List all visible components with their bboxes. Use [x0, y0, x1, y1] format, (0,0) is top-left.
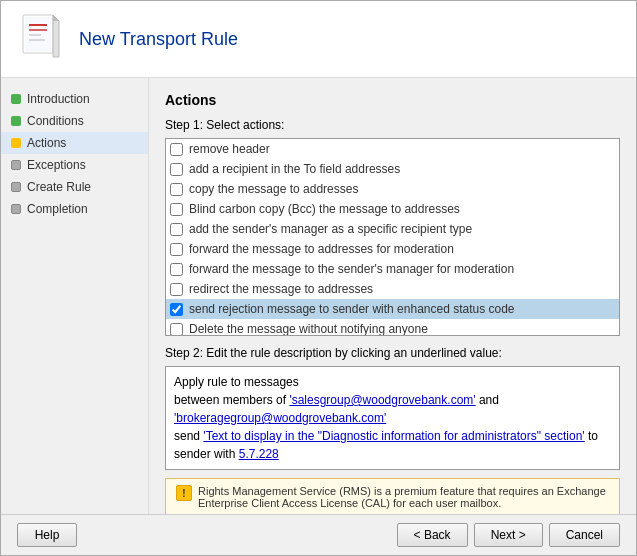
- checkbox-label-delete-message: Delete the message without notifying any…: [189, 322, 428, 336]
- warning-icon: !: [176, 485, 192, 501]
- body: Introduction Conditions Actions Exceptio…: [1, 78, 636, 514]
- description-link[interactable]: 'salesgroup@woodgrovebank.com': [289, 393, 475, 407]
- checkbox-copy-message[interactable]: [170, 183, 183, 196]
- sidebar: Introduction Conditions Actions Exceptio…: [1, 78, 149, 514]
- description-link[interactable]: 5.7.228: [239, 447, 279, 461]
- description-line-0: Apply rule to messages: [174, 373, 611, 391]
- svg-marker-6: [53, 15, 59, 57]
- description-link[interactable]: 'Text to display in the "Diagnostic info…: [203, 429, 584, 443]
- checkbox-redirect-message[interactable]: [170, 283, 183, 296]
- checkbox-send-rejection[interactable]: [170, 303, 183, 316]
- checkbox-label-forward-manager-moderation: forward the message to the sender's mana…: [189, 262, 514, 276]
- checkbox-forward-manager-moderation[interactable]: [170, 263, 183, 276]
- checkbox-label-redirect-message: redirect the message to addresses: [189, 282, 373, 296]
- sidebar-label-create-rule: Create Rule: [27, 180, 91, 194]
- sidebar-label-introduction: Introduction: [27, 92, 90, 106]
- sidebar-label-exceptions: Exceptions: [27, 158, 86, 172]
- dialog: New Transport Rule Introduction Conditio…: [0, 0, 637, 556]
- header-title: New Transport Rule: [79, 29, 238, 50]
- back-button[interactable]: < Back: [397, 523, 468, 547]
- header-icon: [17, 13, 65, 65]
- status-dot-introduction: [11, 94, 21, 104]
- checkbox-item-delete-message[interactable]: Delete the message without notifying any…: [166, 319, 619, 336]
- status-dot-exceptions: [11, 160, 21, 170]
- help-button[interactable]: Help: [17, 523, 77, 547]
- sidebar-label-actions: Actions: [27, 136, 66, 150]
- checkbox-add-manager[interactable]: [170, 223, 183, 236]
- checkbox-label-add-manager: add the sender's manager as a specific r…: [189, 222, 472, 236]
- checkbox-item-send-rejection[interactable]: send rejection message to sender with en…: [166, 299, 619, 319]
- warning-text: Rights Management Service (RMS) is a pre…: [198, 485, 609, 509]
- footer: Help < Back Next > Cancel: [1, 514, 636, 555]
- description-box: Apply rule to messagesbetween members of…: [165, 366, 620, 470]
- description-section: Step 2: Edit the rule description by cli…: [165, 346, 620, 470]
- sidebar-item-introduction[interactable]: Introduction: [1, 88, 148, 110]
- checkbox-blind-carbon[interactable]: [170, 203, 183, 216]
- sidebar-label-completion: Completion: [27, 202, 88, 216]
- checkbox-delete-message[interactable]: [170, 323, 183, 336]
- next-button[interactable]: Next >: [474, 523, 543, 547]
- cancel-button[interactable]: Cancel: [549, 523, 620, 547]
- status-dot-actions: [11, 138, 21, 148]
- checkbox-label-add-recipient: add a recipient in the To field addresse…: [189, 162, 400, 176]
- description-line-1: between members of 'salesgroup@woodgrove…: [174, 391, 611, 427]
- checkbox-label-send-rejection: send rejection message to sender with en…: [189, 302, 515, 316]
- checkbox-item-blind-carbon[interactable]: Blind carbon copy (Bcc) the message to a…: [166, 199, 619, 219]
- status-dot-completion: [11, 204, 21, 214]
- checkbox-label-remove-header: remove header: [189, 142, 270, 156]
- svg-rect-1: [25, 17, 51, 51]
- actions-checkbox-list[interactable]: remove headeradd a recipient in the To f…: [165, 138, 620, 336]
- checkbox-add-recipient[interactable]: [170, 163, 183, 176]
- sidebar-item-actions[interactable]: Actions: [1, 132, 148, 154]
- sidebar-item-conditions[interactable]: Conditions: [1, 110, 148, 132]
- sidebar-item-create-rule[interactable]: Create Rule: [1, 176, 148, 198]
- description-line-2: send 'Text to display in the "Diagnostic…: [174, 427, 611, 463]
- checkbox-label-blind-carbon: Blind carbon copy (Bcc) the message to a…: [189, 202, 460, 216]
- checkbox-item-add-recipient[interactable]: add a recipient in the To field addresse…: [166, 159, 619, 179]
- checkbox-forward-moderation[interactable]: [170, 243, 183, 256]
- header: New Transport Rule: [1, 1, 636, 78]
- sidebar-item-completion[interactable]: Completion: [1, 198, 148, 220]
- step1-label: Step 1: Select actions:: [165, 118, 620, 132]
- status-dot-create-rule: [11, 182, 21, 192]
- checkbox-item-remove-header[interactable]: remove header: [166, 139, 619, 159]
- sidebar-label-conditions: Conditions: [27, 114, 84, 128]
- sidebar-item-exceptions[interactable]: Exceptions: [1, 154, 148, 176]
- checkbox-item-forward-moderation[interactable]: forward the message to addresses for mod…: [166, 239, 619, 259]
- main-content: Actions Step 1: Select actions: remove h…: [149, 78, 636, 514]
- status-dot-conditions: [11, 116, 21, 126]
- warning-bar: ! Rights Management Service (RMS) is a p…: [165, 478, 620, 514]
- section-title: Actions: [165, 92, 620, 108]
- footer-right: < Back Next > Cancel: [397, 523, 620, 547]
- checkbox-item-forward-manager-moderation[interactable]: forward the message to the sender's mana…: [166, 259, 619, 279]
- checkbox-remove-header[interactable]: [170, 143, 183, 156]
- checkbox-item-add-manager[interactable]: add the sender's manager as a specific r…: [166, 219, 619, 239]
- checkbox-label-copy-message: copy the message to addresses: [189, 182, 358, 196]
- description-link[interactable]: 'brokeragegroup@woodgrovebank.com': [174, 411, 386, 425]
- checkbox-item-redirect-message[interactable]: redirect the message to addresses: [166, 279, 619, 299]
- step2-label: Step 2: Edit the rule description by cli…: [165, 346, 620, 360]
- checkbox-label-forward-moderation: forward the message to addresses for mod…: [189, 242, 454, 256]
- checkbox-item-copy-message[interactable]: copy the message to addresses: [166, 179, 619, 199]
